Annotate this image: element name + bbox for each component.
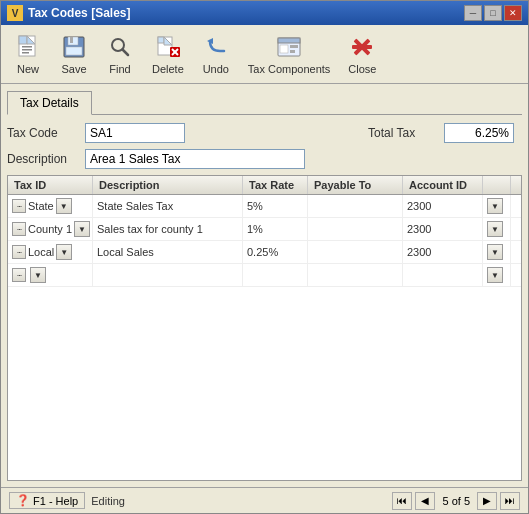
nav-last-button[interactable]: ⏭ [500,492,520,510]
svg-rect-23 [290,50,295,53]
cell-tax-id-3: ··· Local ▼ [8,241,93,263]
row-dropdown-btn-2[interactable]: ▼ [74,221,90,237]
nav-prev-button[interactable]: ◀ [415,492,435,510]
cell-desc-2: Sales tax for county 1 [93,218,243,240]
cell-action-2: ▼ [483,218,511,240]
row-dropdown-btn-3[interactable]: ▼ [56,244,72,260]
table-row[interactable]: ··· Local ▼ Local Sales 0.25% 2300 ▼ [8,241,521,264]
row-dropdown-btn-1[interactable]: ▼ [56,198,72,214]
row-expand-btn-4[interactable]: ··· [12,268,26,282]
nav-next-button[interactable]: ▶ [477,492,497,510]
tax-components-icon [275,33,303,61]
new-icon [14,33,42,61]
row-action-btn-4[interactable]: ▼ [487,267,503,283]
cell-payto-3 [308,241,403,263]
row-action-btn-3[interactable]: ▼ [487,244,503,260]
find-button[interactable]: Find [99,29,141,79]
svg-rect-22 [290,45,298,48]
col-header-action [483,176,511,194]
delete-icon [154,33,182,61]
tax-code-row: Tax Code Total Tax [7,123,522,143]
minimize-button[interactable]: ─ [464,5,482,21]
row-expand-btn-1[interactable]: ··· [12,199,26,213]
save-button[interactable]: Save [53,29,95,79]
tax-grid: Tax ID Description Tax Rate Payable To A… [7,175,522,481]
svg-rect-4 [22,49,32,51]
description-row: Description [7,149,522,169]
total-tax-group: Total Tax [368,123,514,143]
svg-rect-21 [280,45,288,53]
close-icon [348,33,376,61]
content-area: Tax Details Tax Code Total Tax Descripti… [1,84,528,487]
svg-rect-13 [158,37,164,43]
delete-button[interactable]: Delete [145,29,191,79]
tax-code-input[interactable] [85,123,185,143]
grid-header: Tax ID Description Tax Rate Payable To A… [8,176,521,195]
tax-code-label: Tax Code [7,126,77,140]
find-icon [106,33,134,61]
window-title: Tax Codes [Sales] [28,6,130,20]
help-icon: ❓ [16,494,30,507]
cell-rate-1: 5% [243,195,308,217]
svg-rect-9 [66,47,82,55]
cell-action-1: ▼ [483,195,511,217]
total-tax-input[interactable] [444,123,514,143]
cell-rate-2: 1% [243,218,308,240]
nav-current-page: 5 of 5 [438,495,474,507]
tax-components-button[interactable]: Tax Components [241,29,338,79]
cell-accountid-3: 2300 [403,241,483,263]
nav-first-button[interactable]: ⏮ [392,492,412,510]
row-expand-btn-2[interactable]: ··· [12,222,26,236]
main-window: V Tax Codes [Sales] ─ □ ✕ New [0,0,529,514]
toolbar: New Save Find [1,25,528,84]
cell-accountid-4 [403,264,483,286]
tab-bar: Tax Details [7,90,522,115]
grid-body: ··· State ▼ State Sales Tax 5% 2300 ▼ [8,195,521,477]
status-left: ❓ F1 - Help Editing [9,492,125,509]
svg-rect-5 [22,52,29,54]
window-close-button[interactable]: ✕ [504,5,522,21]
cell-payto-2 [308,218,403,240]
cell-accountid-1: 2300 [403,195,483,217]
svg-rect-3 [22,46,32,48]
row-action-btn-1[interactable]: ▼ [487,198,503,214]
row-expand-btn-3[interactable]: ··· [12,245,26,259]
cell-action-4: ▼ [483,264,511,286]
table-row[interactable]: ··· ▼ ▼ [8,264,521,287]
table-row[interactable]: ··· State ▼ State Sales Tax 5% 2300 ▼ [8,195,521,218]
row-dropdown-btn-4[interactable]: ▼ [30,267,46,283]
undo-button[interactable]: Undo [195,29,237,79]
table-row[interactable]: ··· County 1 ▼ Sales tax for county 1 1%… [8,218,521,241]
svg-rect-20 [278,38,300,43]
row-action-btn-2[interactable]: ▼ [487,221,503,237]
title-buttons: ─ □ ✕ [464,5,522,21]
help-button[interactable]: ❓ F1 - Help [9,492,85,509]
editing-status: Editing [91,495,125,507]
maximize-button[interactable]: □ [484,5,502,21]
description-input[interactable] [85,149,305,169]
cell-tax-id-4: ··· ▼ [8,264,93,286]
status-bar: ❓ F1 - Help Editing ⏮ ◀ 5 of 5 ▶ ⏭ [1,487,528,513]
cell-accountid-2: 2300 [403,218,483,240]
undo-icon [202,33,230,61]
title-bar-left: V Tax Codes [Sales] [7,5,130,21]
title-bar: V Tax Codes [Sales] ─ □ ✕ [1,1,528,25]
save-icon [60,33,88,61]
close-button[interactable]: Close [341,29,383,79]
total-tax-label: Total Tax [368,126,438,140]
app-icon: V [7,5,23,21]
svg-line-11 [123,50,129,56]
description-label: Description [7,152,77,166]
col-header-payable-to: Payable To [308,176,403,194]
col-header-tax-rate: Tax Rate [243,176,308,194]
tab-tax-details[interactable]: Tax Details [7,91,92,115]
cell-payto-4 [308,264,403,286]
col-header-account-id: Account ID [403,176,483,194]
svg-rect-1 [19,36,27,44]
nav-controls: ⏮ ◀ 5 of 5 ▶ ⏭ [392,492,520,510]
cell-rate-3: 0.25% [243,241,308,263]
svg-rect-8 [70,37,73,43]
new-button[interactable]: New [7,29,49,79]
col-header-description: Description [93,176,243,194]
cell-desc-3: Local Sales [93,241,243,263]
